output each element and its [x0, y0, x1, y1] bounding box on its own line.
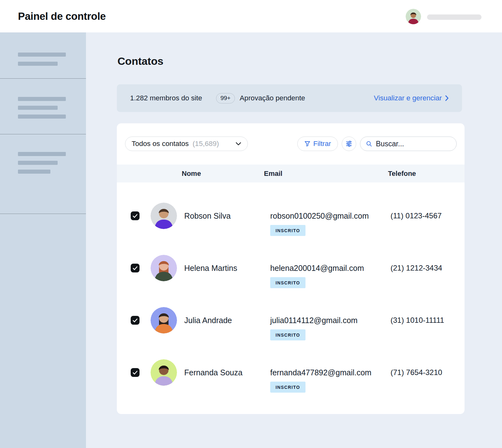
- sidebar-section: [0, 79, 86, 134]
- user-avatar-image: [406, 9, 421, 24]
- app-title: Painel de controle: [18, 10, 106, 22]
- contact-phone: (21) 1212-3434: [391, 264, 442, 272]
- contact-name: Julia Andrade: [184, 316, 232, 325]
- check-icon: [133, 266, 138, 270]
- contact-email-cell: fernanda477892@gmail.com INSCRITO: [270, 367, 371, 393]
- members-count-text: 1.282 membros do site: [130, 94, 202, 102]
- search-input[interactable]: [376, 140, 451, 148]
- advanced-filters-button[interactable]: [342, 137, 356, 151]
- contact-phone: (31) 1010-11111: [391, 316, 444, 325]
- sidebar-placeholder-bar: [18, 53, 66, 57]
- table-row[interactable]: Julia Andrade julia0114112@gmail.com INS…: [117, 294, 465, 346]
- sidebar: [0, 32, 86, 448]
- contact-avatar: [151, 359, 177, 386]
- filter-button[interactable]: Filtrar: [297, 137, 338, 151]
- sidebar-placeholder-bar: [18, 152, 66, 156]
- contacts-card: Todos os contatos (15,689) Filtrar: [117, 123, 465, 414]
- row-checkbox[interactable]: [131, 316, 140, 325]
- site-members-banner: 1.282 membros do site 99+ Aprovação pend…: [117, 84, 462, 112]
- contact-name: Fernanda Souza: [184, 368, 242, 377]
- contacts-filter-dropdown[interactable]: Todos os contatos (15,689): [125, 137, 248, 151]
- search-icon: [366, 140, 372, 147]
- user-avatar[interactable]: [406, 9, 421, 24]
- column-header-email: Email: [264, 170, 282, 178]
- sidebar-placeholder-bar: [18, 115, 66, 119]
- topbar-placeholder-bar: [427, 14, 482, 20]
- column-header-phone: Telefone: [388, 170, 416, 178]
- search-box: [360, 137, 457, 151]
- check-icon: [133, 214, 138, 218]
- contact-email: robson0100250@gmail.com: [270, 211, 369, 221]
- check-icon: [133, 318, 138, 322]
- contact-phone: (71) 7654-3210: [391, 368, 442, 377]
- status-badge: INSCRITO: [270, 277, 305, 288]
- dropdown-count: (15,689): [192, 140, 219, 148]
- chevron-down-icon: [236, 142, 241, 146]
- sidebar-placeholder-bar: [18, 170, 50, 174]
- sidebar-placeholder-bar: [18, 97, 66, 101]
- dropdown-selected-label: Todos os contatos: [132, 140, 189, 148]
- contact-email: fernanda477892@gmail.com: [270, 367, 371, 378]
- filter-button-label: Filtrar: [313, 140, 331, 148]
- page-title: Contatos: [117, 55, 163, 67]
- contact-avatar: [151, 307, 177, 333]
- table-row[interactable]: Fernanda Souza fernanda477892@gmail.com …: [117, 346, 465, 399]
- contact-avatar: [151, 255, 177, 281]
- contact-name: Helena Martins: [184, 264, 237, 273]
- contact-email: julia0114112@gmail.com: [270, 315, 357, 325]
- sliders-icon: [345, 140, 353, 148]
- row-checkbox[interactable]: [131, 368, 140, 377]
- view-and-manage-link[interactable]: Visualizar e gerenciar: [374, 94, 449, 102]
- contact-avatar: [151, 203, 177, 229]
- contact-email-cell: julia0114112@gmail.com INSCRITO: [270, 315, 357, 340]
- column-header-name: Nome: [182, 170, 201, 178]
- check-icon: [133, 371, 138, 375]
- table-row[interactable]: Helena Martins helena200014@gmail.com IN…: [117, 242, 465, 294]
- table-header: Nome Email Telefone: [117, 165, 465, 182]
- contact-email-cell: robson0100250@gmail.com INSCRITO: [270, 211, 369, 236]
- contact-email-cell: helena200014@gmail.com INSCRITO: [270, 263, 364, 288]
- funnel-icon: [304, 141, 311, 147]
- status-badge: INSCRITO: [270, 382, 305, 393]
- chevron-right-icon: [445, 95, 449, 101]
- top-bar: Painel de controle: [0, 0, 502, 32]
- sidebar-placeholder-bar: [18, 62, 58, 66]
- sidebar-section: [0, 32, 86, 79]
- contact-phone: (11) 0123-4567: [391, 211, 442, 220]
- sidebar-placeholder-bar: [18, 161, 58, 165]
- contacts-toolbar: Todos os contatos (15,689) Filtrar: [125, 137, 457, 151]
- row-checkbox[interactable]: [131, 264, 140, 272]
- pending-count-badge: 99+: [216, 93, 235, 104]
- view-and-manage-label: Visualizar e gerenciar: [374, 94, 442, 102]
- status-badge: INSCRITO: [270, 329, 305, 340]
- table-row[interactable]: Robson Silva robson0100250@gmail.com INS…: [117, 190, 465, 242]
- main-content: Contatos 1.282 membros do site 99+ Aprov…: [86, 32, 502, 448]
- status-badge: INSCRITO: [270, 225, 305, 236]
- pending-approval-text: Aprovação pendente: [240, 94, 305, 102]
- contact-email: helena200014@gmail.com: [270, 263, 364, 273]
- row-checkbox[interactable]: [131, 211, 140, 220]
- toolbar-controls: Filtrar: [297, 137, 457, 151]
- sidebar-placeholder-bar: [18, 106, 58, 110]
- sidebar-section: [0, 134, 86, 214]
- contacts-list: Robson Silva robson0100250@gmail.com INS…: [117, 182, 465, 399]
- contact-name: Robson Silva: [184, 211, 231, 221]
